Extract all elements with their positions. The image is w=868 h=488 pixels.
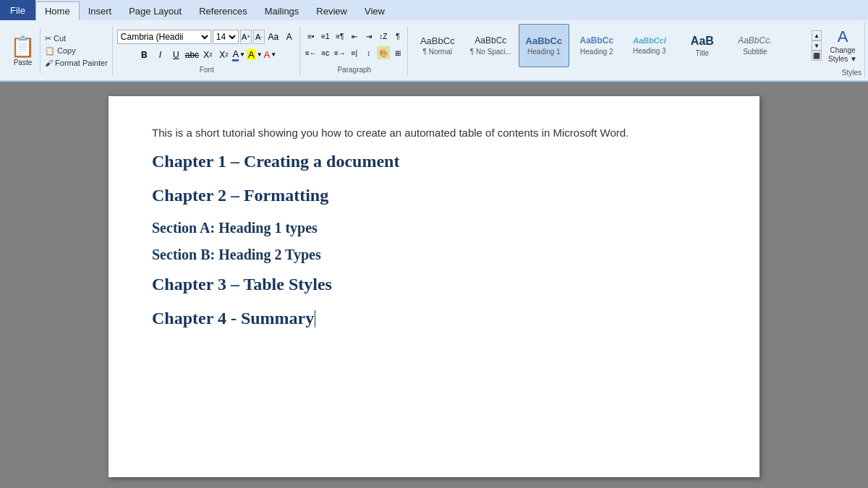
document-page[interactable]: This is a short tutorial showing you how…	[109, 96, 760, 477]
clear-format-button[interactable]: Aa	[266, 30, 281, 44]
style-item-heading2[interactable]: AaBbCcHeading 2	[571, 24, 622, 67]
clipboard-group: 📋 Paste ✂ Cut 📋 Copy 🖌 Format Painter	[3, 26, 113, 75]
text-cursor	[315, 310, 315, 328]
style-item-no-spacing[interactable]: AaBbCc¶ No Spaci...	[465, 24, 516, 67]
home-tab[interactable]: Home	[35, 1, 80, 20]
sort-button[interactable]: ↕Z	[377, 30, 390, 43]
paste-button[interactable]: 📋 Paste	[6, 27, 41, 74]
chapter4-heading: Chapter 4 - Summary	[152, 309, 716, 328]
paragraph-group: ≡• ≡1 ≡¶ ⇤ ⇥ ↕Z ¶ ≡← ≡c ≡→ ≡| ↕ 🎨 ⊞ Para…	[302, 26, 408, 75]
highlight-color-button[interactable]: A ▼	[247, 48, 263, 62]
style-item-normal[interactable]: AaBbCc¶ Normal	[412, 24, 463, 67]
font-group: Cambria (Headii 14 A+ A- Aa A B I U abc …	[114, 26, 300, 75]
increase-indent-button[interactable]: ⇥	[362, 30, 375, 43]
align-center-button[interactable]: ≡c	[319, 46, 332, 59]
styles-scroll-up[interactable]: ▲	[812, 30, 822, 40]
italic-button[interactable]: I	[153, 48, 167, 62]
style-item-subtitle[interactable]: AaBbCc.Subtitle	[730, 24, 780, 67]
font-shrink-button[interactable]: A-	[253, 30, 265, 44]
bullets-button[interactable]: ≡•	[305, 30, 318, 43]
styles-row: AaBbCc¶ NormalAaBbCc¶ No Spaci...AaBbCcH…	[412, 24, 861, 67]
font-label: Font	[200, 66, 214, 74]
superscript-button[interactable]: X2	[216, 48, 231, 62]
section-b-heading: Section B: Heading 2 Types	[152, 247, 716, 263]
text-effects-button[interactable]: A	[282, 30, 297, 44]
borders-button[interactable]: ⊞	[391, 46, 404, 59]
align-right-button[interactable]: ≡→	[333, 46, 346, 59]
styles-label: Styles	[842, 69, 861, 77]
document-area: This is a short tutorial showing you how…	[0, 82, 868, 488]
cut-button[interactable]: ✂ Cut	[43, 33, 109, 44]
styles-scroll-down[interactable]: ▼	[812, 40, 822, 51]
multilevel-list-button[interactable]: ≡¶	[333, 30, 346, 43]
style-item-title[interactable]: AaBTitle	[677, 24, 728, 67]
font-color-button[interactable]: A ▼	[232, 48, 245, 62]
font-size-select[interactable]: 14	[213, 30, 239, 44]
page-layout-tab[interactable]: Page Layout	[120, 1, 190, 20]
chapter1-heading: Chapter 1 – Creating a document	[152, 152, 716, 171]
view-tab[interactable]: View	[356, 1, 393, 20]
align-left-button[interactable]: ≡←	[305, 46, 318, 59]
styles-group: AaBbCc¶ NormalAaBbCc¶ No Spaci...AaBbCcH…	[409, 22, 865, 78]
decrease-indent-button[interactable]: ⇤	[348, 30, 361, 43]
section-a-heading: Section A: Heading 1 types	[152, 220, 716, 236]
copy-button[interactable]: 📋 Copy	[43, 46, 109, 56]
intro-paragraph: This is a short tutorial showing you how…	[152, 125, 716, 140]
text-color-button[interactable]: A ▼	[264, 48, 277, 62]
style-item-heading1[interactable]: AaBbCcHeading 1	[519, 24, 569, 67]
font-family-select[interactable]: Cambria (Headii	[117, 30, 211, 44]
font-row2: B I U abc X2 X2 A ▼ A ▼ A ▼	[137, 48, 276, 62]
show-paragraph-button[interactable]: ¶	[391, 30, 404, 43]
bold-button[interactable]: B	[137, 48, 151, 62]
numbering-button[interactable]: ≡1	[319, 30, 332, 43]
underline-button[interactable]: U	[169, 48, 183, 62]
insert-tab[interactable]: Insert	[80, 1, 121, 20]
change-styles-label: ChangeStyles ▼	[828, 46, 857, 64]
paste-label: Paste	[14, 59, 33, 67]
styles-more-button[interactable]: ⬛	[812, 51, 822, 61]
strikethrough-button[interactable]: abc	[184, 48, 199, 62]
mailings-tab[interactable]: Mailings	[256, 1, 308, 20]
subscript-button[interactable]: X2	[200, 48, 215, 62]
line-spacing-button[interactable]: ↕	[362, 46, 375, 59]
references-tab[interactable]: References	[190, 1, 255, 20]
chapter2-heading: Chapter 2 – Formatting	[152, 186, 716, 205]
change-styles-icon: A	[838, 27, 848, 46]
review-tab[interactable]: Review	[307, 1, 356, 20]
paragraph-label: Paragraph	[337, 66, 371, 74]
justify-button[interactable]: ≡|	[348, 46, 361, 59]
shading-button[interactable]: 🎨	[377, 46, 390, 59]
font-row1: Cambria (Headii 14 A+ A- Aa A	[117, 30, 297, 44]
format-painter-button[interactable]: 🖌 Format Painter	[43, 58, 109, 68]
file-tab[interactable]: File	[0, 0, 35, 20]
chapter3-heading: Chapter 3 – Table Styles	[152, 275, 716, 294]
style-item-heading3[interactable]: AaBbCcIHeading 3	[624, 24, 675, 67]
change-styles-button[interactable]: A ChangeStyles ▼	[824, 25, 861, 67]
font-grow-button[interactable]: A+	[240, 30, 252, 44]
paste-icon: 📋	[10, 35, 35, 59]
